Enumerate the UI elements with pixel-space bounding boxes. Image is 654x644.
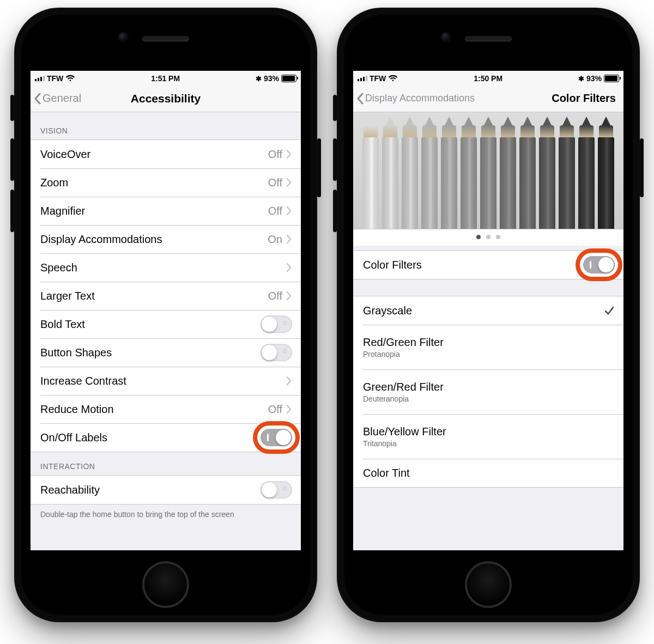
wifi-icon (388, 75, 398, 82)
row-label: Bold Text (40, 318, 261, 331)
list-row[interactable]: VoiceOverOff (31, 140, 301, 168)
back-button[interactable]: Display Accommodations (353, 93, 475, 105)
row-label: Magnifier (40, 205, 268, 217)
row-sublabel: Tritanopia (363, 439, 615, 448)
screen-left: TFW 1:51 PM ✱ 93% General Accessibili (31, 71, 301, 550)
page-dot[interactable] (486, 235, 491, 239)
phone-right: TFW 1:50 PM ✱ 93% Display Accommodations (337, 8, 640, 622)
row-label: Zoom (40, 177, 268, 189)
section-header-vision: VISION (31, 112, 301, 139)
battery-icon (281, 75, 296, 82)
chevron-right-icon (286, 376, 292, 386)
pencil-icon (381, 117, 399, 229)
list-row[interactable]: Display AccommodationsOn (31, 225, 301, 253)
pencil-icon (518, 117, 537, 229)
mute-switch[interactable] (10, 95, 14, 121)
toggle-switch[interactable] (261, 481, 292, 499)
row-label: Speech (40, 262, 286, 274)
row-label: Button Shapes (40, 347, 261, 359)
list-row[interactable]: ZoomOff (31, 168, 301, 197)
list-row[interactable]: Button Shapes (31, 338, 301, 367)
filter-option-row[interactable]: Blue/Yellow FilterTritanopia (353, 414, 623, 459)
row-value: Off (268, 148, 282, 161)
power-button[interactable] (640, 138, 644, 197)
wifi-icon (65, 75, 75, 82)
cell-signal-icon (35, 76, 45, 81)
pencil-icon (401, 117, 419, 229)
row-value: Off (268, 177, 282, 189)
chevron-right-icon (286, 291, 292, 301)
list-row[interactable]: MagnifierOff (31, 197, 301, 225)
carrier-label: TFW (370, 74, 386, 83)
row-label: Blue/Yellow FilterTritanopia (363, 426, 615, 448)
page-dot[interactable] (496, 235, 500, 239)
filter-option-row[interactable]: Red/Green FilterProtanopia (353, 325, 623, 369)
chevron-right-icon (286, 206, 292, 216)
back-label: Display Accommodations (365, 93, 475, 104)
status-bar: TFW 1:50 PM ✱ 93% (353, 71, 623, 85)
list-row[interactable]: Reduce MotionOff (31, 395, 301, 423)
row-label: Red/Green FilterProtanopia (363, 336, 615, 359)
row-label: Display Accommodations (40, 233, 268, 246)
home-button[interactable] (142, 561, 189, 608)
phone-left: TFW 1:51 PM ✱ 93% General Accessibili (14, 8, 317, 622)
list-row[interactable]: Speech (31, 253, 301, 282)
chevron-left-icon (34, 93, 41, 105)
front-camera-icon (441, 33, 450, 41)
row-label: Color Tint (363, 467, 615, 479)
chevron-right-icon (286, 234, 292, 244)
screen-right: TFW 1:50 PM ✱ 93% Display Accommodations (353, 71, 623, 550)
mute-switch[interactable] (333, 95, 337, 121)
color-filters-options: GrayscaleRed/Green FilterProtanopiaGreen… (353, 296, 623, 488)
clock-label: 1:51 PM (151, 74, 180, 83)
filter-option-row[interactable]: Green/Red FilterDeuteranopia (353, 369, 623, 414)
volume-down-button[interactable] (333, 190, 337, 232)
earpiece-speaker-icon (465, 36, 512, 41)
toggle-switch[interactable] (261, 429, 292, 446)
list-row[interactable]: Larger TextOff (31, 282, 301, 310)
pencil-icon (459, 117, 478, 229)
list-row[interactable]: Reachability (31, 476, 301, 504)
earpiece-speaker-icon (142, 36, 189, 41)
power-button[interactable] (317, 138, 321, 197)
list-vision: VoiceOverOffZoomOffMagnifierOffDisplay A… (31, 139, 301, 452)
pencil-icon (538, 117, 556, 229)
carrier-label: TFW (47, 74, 63, 83)
color-filters-toggle-row[interactable]: Color Filters (353, 251, 623, 279)
page-dot[interactable] (476, 235, 481, 239)
chevron-left-icon (356, 93, 364, 105)
list-row[interactable]: Increase Contrast (31, 367, 301, 395)
clock-label: 1:50 PM (474, 74, 502, 83)
filter-option-row[interactable]: Color Tint (353, 459, 623, 487)
pencil-icon (597, 117, 615, 229)
back-button[interactable]: General (31, 92, 81, 105)
page-indicator[interactable] (353, 229, 623, 246)
volume-up-button[interactable] (10, 138, 14, 181)
row-value: On (268, 233, 282, 246)
volume-up-button[interactable] (333, 138, 337, 181)
cell-signal-icon (358, 76, 367, 81)
row-value: Off (268, 290, 282, 302)
list-row[interactable]: Bold Text (31, 310, 301, 338)
toggle-switch[interactable] (583, 256, 615, 274)
nav-bar: Display Accommodations Color Filters (353, 85, 623, 112)
toggle-switch[interactable] (261, 315, 292, 333)
pencil-icon (479, 117, 498, 229)
row-label: VoiceOver (40, 148, 268, 161)
pencil-icon (420, 117, 439, 229)
battery-pct-label: 93% (586, 74, 602, 83)
chevron-right-icon (286, 404, 292, 414)
volume-down-button[interactable] (10, 190, 14, 232)
toggle-switch[interactable] (261, 344, 292, 361)
pencil-icon (440, 117, 458, 229)
pencils-preview[interactable] (353, 112, 623, 229)
filter-option-row[interactable]: Grayscale (353, 296, 623, 325)
chevron-right-icon (286, 149, 292, 159)
pencil-icon (499, 117, 517, 229)
chevron-right-icon (286, 178, 292, 187)
home-button[interactable] (465, 561, 512, 608)
list-row[interactable]: On/Off Labels (31, 423, 301, 452)
row-sublabel: Deuteranopia (363, 394, 615, 403)
chevron-right-icon (286, 263, 292, 272)
nav-bar: General Accessibility (31, 85, 301, 112)
